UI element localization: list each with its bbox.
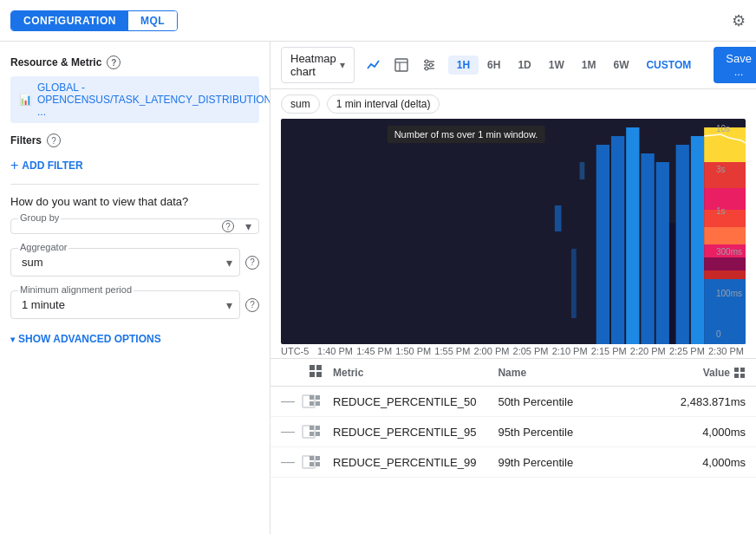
tab-group: CONFIGURATION MQL <box>10 10 178 31</box>
svg-rect-33 <box>734 368 739 372</box>
aggregator-label: Aggregator <box>18 242 68 252</box>
y-label-300ms: 300ms <box>716 247 742 257</box>
svg-rect-37 <box>310 395 314 400</box>
tab-mql[interactable]: MQL <box>128 11 177 30</box>
row2-grid-icon <box>309 425 333 440</box>
y-label-100ms: 100ms <box>716 289 742 298</box>
time-btn-1d[interactable]: 1D <box>509 55 539 75</box>
filters-label: Filters <box>10 134 42 147</box>
svg-rect-16 <box>691 136 704 344</box>
alignment-value: 1 minute <box>22 298 65 311</box>
svg-rect-34 <box>740 368 745 372</box>
line-chart-icon-button[interactable] <box>362 53 386 77</box>
alignment-dropdown[interactable]: Minimum alignment period 1 minute ▾ <box>10 290 240 319</box>
right-panel: Heatmap chart ▾ <box>270 42 756 534</box>
svg-rect-38 <box>316 395 320 400</box>
time-btn-6h[interactable]: 6H <box>479 55 509 75</box>
time-btn-6w[interactable]: 6W <box>604 55 637 75</box>
row1-name: 50th Percentile <box>498 395 662 408</box>
row1-dash-icon: — <box>281 394 295 409</box>
row2-metric: REDUCE_PERCENTILE_95 <box>333 426 498 439</box>
top-bar: CONFIGURATION MQL ⚙ <box>0 0 756 42</box>
row3-name: 99th Percentile <box>498 456 662 469</box>
divider-1 <box>10 184 259 185</box>
aggregator-value: sum <box>22 256 43 269</box>
header-metric: Metric <box>333 367 498 379</box>
table-header: Metric Name Value <box>270 359 756 387</box>
tab-configuration[interactable]: CONFIGURATION <box>11 11 128 30</box>
metric-chip[interactable]: 📊 GLOBAL - OPENCENSUS/TASK_LATENCY_DISTR… <box>10 76 259 123</box>
row1-value: 2,483.871ms <box>663 395 746 408</box>
x-label-220: 2:20 PM <box>629 346 668 356</box>
x-label-205: 2:05 PM <box>511 346 550 356</box>
svg-rect-12 <box>641 153 654 344</box>
alignment-help-icon[interactable]: ? <box>245 298 259 312</box>
group-by-help-icon[interactable]: ? <box>222 220 234 232</box>
y-label-0: 0 <box>716 329 742 339</box>
svg-point-6 <box>425 60 428 63</box>
time-btn-custom[interactable]: CUSTOM <box>637 55 700 75</box>
x-label-155: 1:55 PM <box>433 346 472 356</box>
resource-metric-section: Resource & Metric ? <box>10 55 259 69</box>
group-by-dropdown[interactable]: Group by ▾ ? <box>10 218 259 234</box>
table-row: — REDUCE_PERCENTILE_50 50th Percentile 2… <box>270 387 756 417</box>
aggregator-help-icon[interactable]: ? <box>245 256 259 270</box>
data-table: Metric Name Value — REDU <box>270 358 756 478</box>
time-btn-1w[interactable]: 1W <box>540 55 573 75</box>
chart-area: sum 1 min interval (delta) Number of ms … <box>270 89 756 534</box>
x-label-150: 1:50 PM <box>394 346 433 356</box>
row2-value: 4,000ms <box>663 426 746 439</box>
svg-rect-30 <box>316 365 322 370</box>
chart-type-button[interactable]: Heatmap chart ▾ <box>281 47 355 83</box>
view-question: How do you want to view that data? <box>10 195 259 208</box>
group-by-label: Group by <box>18 212 61 223</box>
resource-metric-help-icon[interactable]: ? <box>107 55 121 69</box>
table-icon-button[interactable] <box>389 53 414 77</box>
svg-rect-27 <box>571 249 577 318</box>
chart-bar-icon: 📊 <box>19 94 32 106</box>
filters-row: Filters ? <box>10 134 259 147</box>
settings-chart-icon-button[interactable] <box>417 53 441 77</box>
y-label-10s: 10s <box>716 124 742 134</box>
chart-toolbar: Heatmap chart ▾ <box>270 42 756 89</box>
header-icon-col <box>309 364 333 381</box>
svg-rect-41 <box>310 426 314 430</box>
x-label-230: 2:30 PM <box>707 346 746 356</box>
svg-rect-13 <box>656 162 669 344</box>
row2-dash-icon: — <box>281 424 295 440</box>
row1-check-col: — <box>281 394 309 409</box>
x-label-140: 1:40 PM <box>316 346 355 356</box>
y-label-1s: 1s <box>716 206 742 216</box>
svg-rect-46 <box>316 456 320 460</box>
svg-rect-48 <box>316 462 320 466</box>
aggregator-dropdown[interactable]: Aggregator sum ▾ <box>10 248 240 277</box>
time-btn-1m[interactable]: 1M <box>573 55 605 75</box>
save-button[interactable]: Save ... <box>714 47 756 83</box>
row2-check-col: — <box>281 424 309 440</box>
svg-rect-45 <box>310 456 314 460</box>
y-axis-labels: 10s 3s 1s 300ms 100ms 0 <box>716 119 742 344</box>
svg-rect-44 <box>316 432 320 436</box>
save-label: Save ... <box>726 52 752 78</box>
aggregator-row: Aggregator sum ▾ ? <box>10 248 259 277</box>
filters-help-icon[interactable]: ? <box>47 134 61 147</box>
x-label-210: 2:10 PM <box>551 346 590 356</box>
x-axis-row: UTC-5 1:40 PM 1:45 PM 1:50 PM 1:55 PM 2:… <box>270 344 756 358</box>
svg-rect-42 <box>316 426 320 430</box>
add-filter-label: ADD FILTER <box>22 160 82 172</box>
time-btn-1h[interactable]: 1H <box>448 55 479 75</box>
svg-rect-26 <box>555 205 562 231</box>
header-name: Name <box>498 367 662 379</box>
chip-sum[interactable]: sum <box>281 94 320 114</box>
svg-rect-40 <box>316 401 320 406</box>
alignment-label: Minimum alignment period <box>18 284 134 295</box>
svg-rect-0 <box>395 59 407 71</box>
row3-grid-icon <box>309 455 333 470</box>
add-filter-button[interactable]: + ADD FILTER <box>10 158 83 173</box>
settings-icon[interactable]: ⚙ <box>732 11 746 30</box>
resource-metric-label: Resource & Metric <box>10 56 101 68</box>
y-label-3s: 3s <box>716 165 742 174</box>
show-advanced-button[interactable]: ▾ SHOW ADVANCED OPTIONS <box>10 333 161 345</box>
chip-interval[interactable]: 1 min interval (delta) <box>327 94 440 114</box>
svg-rect-31 <box>310 372 315 377</box>
